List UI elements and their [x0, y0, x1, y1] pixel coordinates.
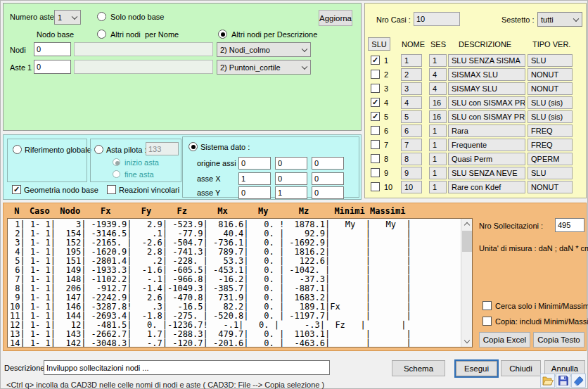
caso-slu-checkbox[interactable]: ✓ [371, 112, 380, 121]
cerca-minimi-massimi-checkbox[interactable] [482, 301, 492, 310]
aste-descrizione-combobox[interactable]: 2) Puntoni_cortile [217, 60, 311, 75]
origine-z-input[interactable] [312, 157, 344, 170]
reazioni-vincolari-checkbox[interactable] [107, 185, 116, 194]
asse-x-2-input[interactable] [275, 172, 307, 185]
caso-slu-checkbox[interactable]: ✓ [371, 98, 380, 107]
radio-sistema-dato[interactable] [188, 142, 198, 151]
esegui-button[interactable]: Esegui [456, 361, 497, 376]
caso-tipo-ver-field[interactable]: SLU [528, 54, 573, 67]
radio-riferimento-globale[interactable] [13, 145, 22, 154]
caso-ses-field[interactable]: 16 [429, 110, 447, 123]
copia-testo-button[interactable]: Copia Testo [533, 332, 584, 347]
caso-tipo-ver-field[interactable]: SLU (sis) [528, 96, 573, 109]
caso-nome-field[interactable]: 7 [401, 139, 422, 151]
vertical-scrollbar[interactable] [461, 219, 472, 347]
caso-tipo-ver-field[interactable]: NONUT [528, 82, 573, 95]
asse-x-1-input[interactable] [238, 172, 271, 185]
origine-y-input[interactable] [275, 157, 307, 170]
caso-descrizione-field[interactable]: SISMAX SLU [448, 68, 525, 81]
caso-slu-checkbox[interactable] [371, 126, 380, 135]
caso-descrizione-field[interactable]: Rare con Kdef [448, 181, 525, 193]
nodi-nomi-input[interactable] [74, 42, 213, 56]
schema-button[interactable]: Schema [392, 360, 445, 376]
caso-slu-checkbox[interactable] [371, 182, 380, 191]
caso-nome-field[interactable]: 9 [401, 167, 422, 179]
scrollbar-thumb[interactable] [462, 231, 472, 252]
asse-y-2-input[interactable] [275, 186, 307, 199]
nodi-base-input[interactable] [34, 42, 71, 56]
nro-sollecitazioni-input[interactable] [555, 218, 584, 232]
copia-includi-minimi-checkbox[interactable] [482, 317, 492, 326]
caso-nome-field[interactable]: 1 [401, 54, 422, 67]
radio-altri-nodi-descrizione[interactable] [218, 30, 227, 39]
radio-inizio-asta[interactable] [113, 158, 120, 166]
caso-slu-checkbox[interactable]: ✓ [371, 56, 380, 65]
descrizione-input[interactable] [44, 360, 330, 375]
caso-ses-field[interactable]: 4 [429, 68, 447, 81]
sestetto-combobox[interactable]: tutti [537, 12, 582, 27]
caso-descrizione-field[interactable]: Frequente [448, 139, 525, 151]
nodi-descrizione-combobox[interactable]: 2) Nodi_colmo [217, 42, 311, 57]
scroll-down-icon[interactable] [461, 336, 473, 347]
caso-descrizione-field[interactable]: SLU SENZA SISMA [448, 54, 525, 67]
caso-ses-field[interactable]: 1 [429, 181, 447, 193]
caso-tipo-ver-field[interactable]: SLU [528, 167, 573, 179]
nro-casi-input[interactable] [414, 12, 460, 26]
caso-ses-field[interactable]: 1 [429, 125, 447, 137]
caso-slu-checkbox[interactable] [371, 154, 380, 163]
caso-slu-checkbox[interactable] [371, 84, 380, 93]
asta-pilota-input[interactable] [146, 142, 179, 155]
radio-altri-nodi-nome[interactable] [97, 30, 106, 39]
origine-x-input[interactable] [238, 157, 271, 170]
caso-nome-field[interactable]: 4 [401, 96, 422, 109]
asse-y-1-input[interactable] [238, 186, 271, 199]
caso-nome-field[interactable]: 2 [401, 68, 422, 81]
caso-nome-field[interactable]: 6 [401, 125, 422, 137]
open-file-button[interactable] [540, 374, 555, 388]
numero-aste-combobox[interactable]: 1 [54, 10, 81, 25]
caso-nome-field[interactable]: 8 [401, 153, 422, 165]
asse-x-3-input[interactable] [312, 172, 344, 185]
radio-fine-asta[interactable] [113, 170, 120, 178]
caso-slu-checkbox[interactable] [371, 140, 380, 149]
caso-tipo-ver-field[interactable]: FREQ [528, 125, 573, 137]
caso-ses-field[interactable]: 4 [429, 82, 447, 95]
aggiorna-button[interactable]: Aggiorna [319, 10, 352, 26]
caso-descrizione-field[interactable]: SLU SENZA NEVE [448, 167, 525, 179]
caso-slu-checkbox[interactable] [371, 70, 380, 79]
caso-tipo-ver-field[interactable]: SLU (sis) [528, 110, 573, 123]
aste-base-input[interactable] [34, 60, 71, 74]
caso-ses-field[interactable]: 16 [429, 96, 447, 109]
caso-tipo-ver-field[interactable]: NONUT [528, 68, 573, 81]
scroll-up-icon[interactable] [461, 219, 473, 229]
caso-descrizione-field[interactable]: SISMAY SLU [448, 82, 525, 95]
sollecitazioni-row[interactable]: 14| 1- 1| 142| -3048.3| -.7| -120.7| -20… [10, 339, 411, 347]
caso-descrizione-field[interactable]: Quasi Perm [448, 153, 525, 165]
asse-y-label: asse Y [197, 189, 220, 198]
caso-tipo-ver-field[interactable]: FREQ [528, 139, 573, 151]
caso-ses-field[interactable]: 1 [429, 153, 447, 165]
geometria-nodo-base-checkbox[interactable]: ✓ [12, 185, 21, 194]
caso-nome-field[interactable]: 3 [401, 82, 422, 95]
chiudi-button[interactable]: Chiudi [501, 360, 541, 376]
eraser-tool-button[interactable] [571, 374, 586, 388]
caso-tipo-ver-field[interactable]: NONUT [528, 181, 573, 193]
asse-y-3-input[interactable] [312, 186, 344, 199]
caso-ses-field[interactable]: 1 [429, 139, 447, 151]
caso-slu-checkbox[interactable] [371, 168, 380, 177]
caso-tipo-ver-field[interactable]: QPERM [528, 153, 573, 165]
caso-ses-field[interactable]: 1 [429, 54, 447, 67]
save-button[interactable] [556, 374, 570, 388]
caso-nome-field[interactable]: 10 [401, 181, 422, 193]
caso-descrizione-field[interactable]: SLU con SISMAX PRINC [448, 96, 525, 109]
caso-nome-field[interactable]: 5 [401, 110, 422, 123]
sollecitazioni-list[interactable]: 1| 1- 1| 3| -1939.9| 2.9| -523.9| 816.6|… [7, 218, 473, 347]
radio-asta-pilota[interactable] [94, 145, 103, 154]
radio-solo-nodo-base[interactable] [97, 12, 106, 21]
caso-ses-field[interactable]: 1 [429, 167, 447, 179]
copia-excel-button[interactable]: Copia Excel [479, 332, 530, 347]
caso-descrizione-field[interactable]: Rara [448, 125, 525, 137]
aste-nomi-input[interactable] [74, 60, 213, 74]
column-header-slu[interactable]: SLU [368, 37, 390, 51]
caso-descrizione-field[interactable]: SLU con SISMAY PRINC [448, 110, 525, 123]
